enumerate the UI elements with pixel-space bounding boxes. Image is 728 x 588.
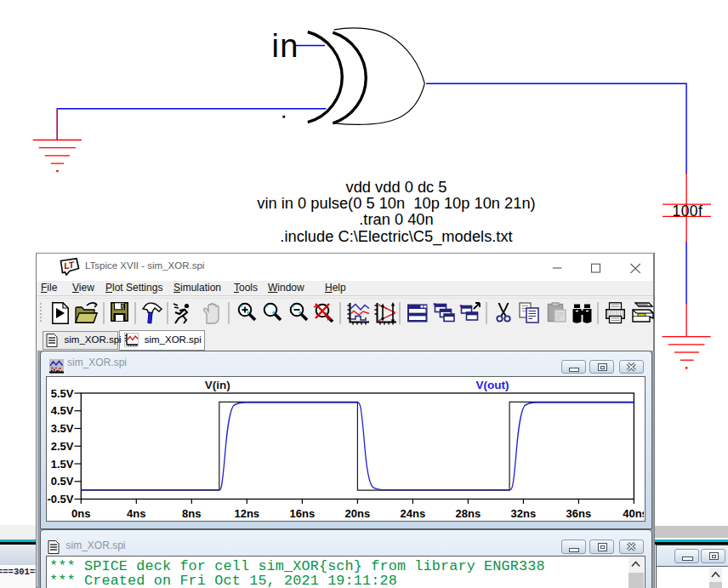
svg-text:2.5V: 2.5V: [51, 440, 74, 453]
svg-text:32ns: 32ns: [511, 507, 537, 520]
svg-text:V(in): V(in): [205, 379, 230, 391]
svg-text:0ns: 0ns: [71, 507, 90, 520]
svg-text:40ns: 40ns: [623, 507, 644, 520]
svg-text:36ns: 36ns: [566, 507, 592, 520]
svg-text:12ns: 12ns: [234, 507, 259, 520]
svg-text:20ns: 20ns: [345, 507, 371, 520]
svg-text:28ns: 28ns: [456, 507, 481, 520]
svg-text:24ns: 24ns: [401, 507, 426, 520]
svg-text:3.5V: 3.5V: [51, 422, 74, 435]
svg-text:16ns: 16ns: [290, 507, 316, 520]
svg-text:0.5V: 0.5V: [51, 475, 74, 488]
svg-text:1.5V: 1.5V: [51, 458, 74, 471]
svg-text:4.5V: 4.5V: [51, 404, 74, 417]
svg-text:8ns: 8ns: [182, 507, 201, 520]
svg-text:5.5V: 5.5V: [51, 387, 74, 400]
svg-text:4ns: 4ns: [127, 507, 145, 520]
svg-text:V(out): V(out): [475, 379, 509, 391]
svg-text:-0.5V: -0.5V: [47, 493, 73, 505]
